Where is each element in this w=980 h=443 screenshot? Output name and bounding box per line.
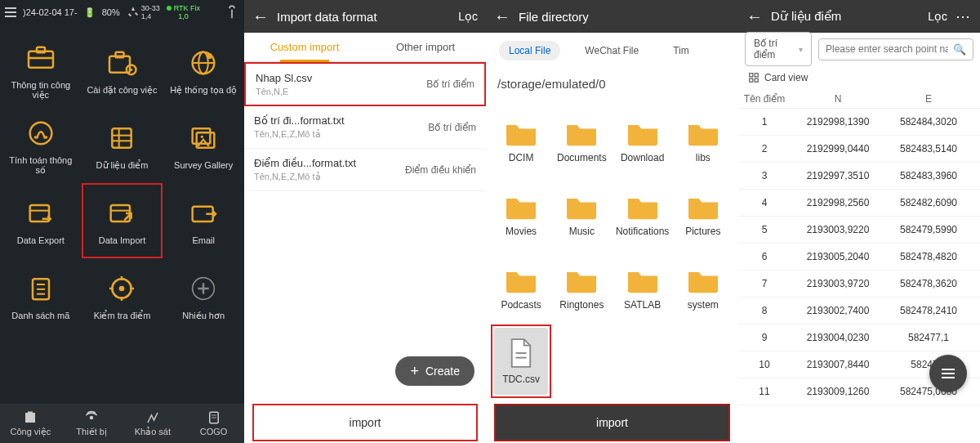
format-list: Nhap Sl.csvTên,N,E Bố trí điểm Bố trí đi… bbox=[244, 62, 486, 404]
filter-button[interactable]: Lọc bbox=[458, 10, 478, 23]
svg-rect-48 bbox=[755, 78, 758, 82]
bottom-nav: Công việc Thiết bị Khảo sát COGO bbox=[0, 404, 244, 443]
grid-label: Survey Gallery bbox=[174, 160, 233, 170]
file-item-selected[interactable]: TDC.csv bbox=[491, 324, 551, 398]
grid-item-job-settings[interactable]: Cài đặt công việc bbox=[82, 33, 163, 108]
table-row[interactable]: 32192997,3510582483,3960 bbox=[738, 163, 980, 190]
menu-icon[interactable] bbox=[5, 7, 16, 17]
nav-survey[interactable]: Khảo sát bbox=[122, 404, 184, 443]
import-button[interactable]: import bbox=[252, 404, 478, 441]
pane3-title: File directory bbox=[519, 10, 730, 24]
back-icon[interactable]: ← bbox=[494, 7, 510, 26]
status-bar: )24-02-04 17- 🔋 80% 30-331,4 RTK Fix 1,0 bbox=[0, 0, 244, 25]
tab-other-import[interactable]: Other import bbox=[365, 33, 486, 61]
grid-item-coord-system[interactable]: Hệ thống tọa độ bbox=[163, 33, 244, 108]
table-row[interactable]: 42192998,2560582482,6090 bbox=[738, 190, 980, 217]
tab-custom-import[interactable]: Custom import bbox=[244, 33, 365, 61]
col-name: Tên điểm bbox=[738, 93, 791, 105]
folder-item[interactable]: Music bbox=[551, 177, 612, 251]
folder-item[interactable]: Ringtones bbox=[551, 251, 612, 324]
tab-tim-file[interactable]: Tim bbox=[663, 41, 699, 60]
project-icon-grid: Thông tin công việc Cài đặt công việc Hệ… bbox=[0, 25, 244, 404]
svg-point-11 bbox=[29, 122, 51, 144]
col-n: N bbox=[791, 93, 885, 105]
format-item[interactable]: Điểm điều...format.txtTên,N,E,Z,Mô tả Đi… bbox=[244, 149, 486, 191]
pane4-title: Dữ liệu điểm bbox=[771, 9, 920, 24]
svg-point-13 bbox=[45, 136, 47, 138]
svg-rect-47 bbox=[750, 78, 753, 82]
grid-label: Danh sách mã bbox=[11, 311, 69, 320]
svg-rect-0 bbox=[29, 51, 53, 67]
point-type-dropdown[interactable]: Bố trí điểm▾ bbox=[745, 32, 812, 66]
grid-item-job-info[interactable]: Thông tin công việc bbox=[0, 33, 82, 108]
card-view-toggle[interactable]: Card view bbox=[738, 65, 980, 90]
folder-item[interactable]: Download bbox=[612, 104, 673, 177]
grid-item-code-list[interactable]: Danh sách mã bbox=[0, 258, 82, 333]
table-row[interactable]: 92193004,0230582477,1 bbox=[738, 324, 980, 351]
tab-local-file[interactable]: Local File bbox=[499, 41, 560, 60]
grid-label: Data Export bbox=[17, 235, 65, 245]
grid-item-survey-gallery[interactable]: Survey Gallery bbox=[163, 108, 244, 183]
search-icon[interactable]: 🔍 bbox=[953, 43, 966, 56]
antenna-icon[interactable] bbox=[225, 4, 239, 20]
chevron-down-icon: ▾ bbox=[799, 45, 803, 54]
folder-item[interactable]: libs bbox=[673, 104, 733, 177]
table-row[interactable]: 72193003,9720582478,3620 bbox=[738, 271, 980, 298]
svg-point-20 bbox=[201, 136, 203, 138]
format-item[interactable]: Bố trí đi...format.txtTên,N,E,Z,Mô tả Bố… bbox=[244, 106, 486, 149]
folder-item[interactable]: Podcasts bbox=[491, 251, 551, 324]
grid-item-more[interactable]: Nhiều hơn bbox=[163, 258, 244, 333]
grid-item-data-export[interactable]: Data Export bbox=[0, 183, 82, 258]
grid-item-check-point[interactable]: Kiểm tra điểm bbox=[82, 258, 163, 333]
import-button[interactable]: import bbox=[494, 404, 730, 441]
tab-wechat-file[interactable]: WeChat File bbox=[575, 41, 648, 60]
more-icon[interactable]: ⋯ bbox=[956, 7, 972, 25]
search-box[interactable]: 🔍 bbox=[818, 38, 973, 60]
grid-label: Cài đặt công việc bbox=[87, 85, 157, 96]
grid-item-point-data[interactable]: Dữ liệu điểm bbox=[82, 108, 163, 183]
nav-device[interactable]: Thiết bị bbox=[61, 404, 122, 443]
svg-rect-4 bbox=[116, 51, 124, 57]
folder-item[interactable]: Pictures bbox=[673, 177, 733, 251]
grid-item-email[interactable]: Email bbox=[163, 183, 244, 258]
table-row[interactable]: 82193002,7400582478,2410 bbox=[738, 298, 980, 324]
col-e: E bbox=[885, 93, 972, 105]
folder-item[interactable]: Notifications bbox=[612, 177, 673, 251]
folder-item[interactable]: system bbox=[673, 251, 733, 324]
table-row[interactable]: 22192999,0440582483,5140 bbox=[738, 136, 980, 163]
folder-item[interactable]: SATLAB bbox=[612, 251, 673, 324]
grid-label: Email bbox=[192, 235, 215, 245]
table-row[interactable]: 12192998,1390582484,3020 bbox=[738, 109, 980, 136]
svg-rect-14 bbox=[113, 128, 131, 147]
pane3-header: ← File directory bbox=[486, 0, 738, 33]
folder-grid: DCIM Documents Download libs Movies Musi… bbox=[486, 99, 738, 404]
search-input[interactable] bbox=[826, 43, 948, 55]
grid-label: Dữ liệu điểm bbox=[96, 160, 149, 171]
grid-label: Tính toán thông số bbox=[3, 155, 78, 176]
back-icon[interactable]: ← bbox=[252, 7, 269, 26]
table-row[interactable]: 62193005,2040582478,4820 bbox=[738, 244, 980, 271]
folder-item[interactable]: Documents bbox=[551, 104, 612, 177]
filter-button[interactable]: Lọc bbox=[928, 10, 947, 23]
table-row[interactable]: 52193003,9220582479,5990 bbox=[738, 217, 980, 244]
nav-cogo[interactable]: COGO bbox=[183, 404, 244, 443]
satellite-status: 30-331,4 bbox=[127, 4, 160, 20]
import-tabs: Custom import Other import bbox=[244, 33, 486, 62]
folder-item[interactable]: Movies bbox=[491, 177, 551, 251]
grid-label: Nhiều hơn bbox=[182, 311, 225, 321]
create-button[interactable]: + Create bbox=[395, 356, 474, 386]
pane2-header: ← Import data format Lọc bbox=[244, 0, 486, 33]
back-icon[interactable]: ← bbox=[746, 7, 763, 26]
nav-job[interactable]: Công việc bbox=[0, 404, 61, 443]
svg-rect-46 bbox=[755, 74, 758, 77]
grid-item-data-import[interactable]: Data Import bbox=[82, 183, 163, 258]
battery-icon: 🔋 bbox=[84, 7, 96, 18]
file-source-tabs: Local File WeChat File Tim bbox=[486, 33, 738, 69]
status-date: )24-02-04 17- bbox=[23, 7, 78, 17]
format-item[interactable]: Nhap Sl.csvTên,N,E Bố trí điểm bbox=[244, 62, 486, 106]
grid-item-calc-params[interactable]: Tính toán thông số bbox=[0, 108, 82, 183]
fab-menu-button[interactable] bbox=[929, 355, 967, 392]
svg-rect-45 bbox=[750, 74, 753, 77]
pane4-header: ← Dữ liệu điểm Lọc ⋯ bbox=[738, 0, 980, 33]
folder-item[interactable]: DCIM bbox=[491, 104, 551, 177]
